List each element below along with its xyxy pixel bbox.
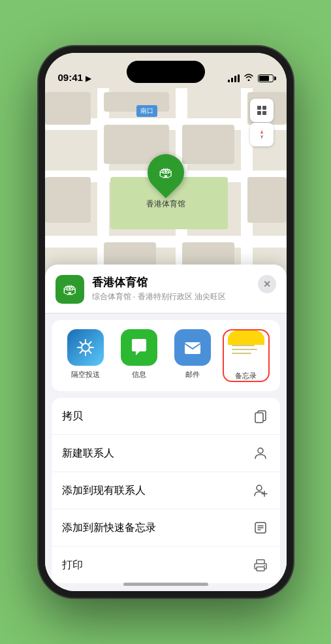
action-copy-label: 拷贝 <box>62 410 251 423</box>
notes-lines <box>228 340 264 358</box>
map-controls <box>250 99 274 146</box>
svg-rect-7 <box>255 413 263 423</box>
marker-label: 香港体育馆 <box>146 199 185 210</box>
map-block <box>182 125 234 164</box>
signal-bar-4 <box>238 74 240 82</box>
messages-icon <box>121 329 157 366</box>
close-button[interactable]: ✕ <box>258 275 276 293</box>
map-label-text: 南口 <box>140 107 153 114</box>
action-print-label: 打印 <box>62 558 251 572</box>
share-item-messages[interactable]: 信息 <box>116 329 163 382</box>
action-quick-note-label: 添加到新快速备忘录 <box>62 521 251 535</box>
signal-bar-1 <box>228 80 230 82</box>
airdrop-label: 隔空投送 <box>71 370 100 379</box>
marker-icon: 🏟 <box>159 164 173 181</box>
battery-fill <box>259 76 269 81</box>
dynamic-island <box>127 61 205 83</box>
phone-frame: 09:41 ▶ <box>39 46 293 598</box>
svg-rect-0 <box>257 106 261 110</box>
map-label-nankou: 南口 <box>136 105 157 117</box>
svg-rect-17 <box>257 567 264 571</box>
time-display: 09:41 <box>58 72 83 83</box>
venue-icon: 🏟 <box>55 275 84 304</box>
map-block <box>45 92 91 125</box>
stadium-marker[interactable]: 🏟 香港体育馆 <box>146 154 185 210</box>
venue-info: 香港体育馆 综合体育馆 · 香港特别行政区 油尖旺区 <box>92 275 250 302</box>
marker-pin: 🏟 <box>140 146 191 198</box>
home-indicator <box>123 583 208 586</box>
bottom-sheet: 🏟 香港体育馆 综合体育馆 · 香港特别行政区 油尖旺区 ✕ <box>45 265 287 591</box>
action-new-contact-label: 新建联系人 <box>62 447 251 460</box>
messages-label: 信息 <box>132 370 146 379</box>
notes-icon <box>228 330 264 367</box>
printer-icon <box>251 556 270 574</box>
airdrop-icon <box>67 329 104 366</box>
map-layers-button[interactable] <box>250 99 274 122</box>
battery-icon <box>258 74 274 82</box>
svg-point-9 <box>257 485 262 491</box>
svg-point-18 <box>264 565 265 566</box>
share-row: 隔空投送 信息 <box>52 320 280 391</box>
map-block <box>45 177 91 223</box>
person-add-icon <box>251 481 270 500</box>
venue-name: 香港体育馆 <box>92 275 250 290</box>
quick-note-icon <box>251 519 270 537</box>
signal-bar-3 <box>234 76 236 82</box>
status-time: 09:41 ▶ <box>58 72 91 83</box>
share-item-notes[interactable]: 备忘录 <box>223 329 270 382</box>
status-icons <box>228 73 274 83</box>
action-new-contact[interactable]: 新建联系人 <box>52 435 280 472</box>
map-compass-button[interactable] <box>250 123 274 146</box>
signal-bars <box>228 74 240 82</box>
action-add-existing-label: 添加到现有联系人 <box>62 484 251 498</box>
mail-label: 邮件 <box>185 370 200 379</box>
wifi-icon <box>244 73 254 83</box>
svg-rect-16 <box>257 560 264 564</box>
svg-rect-3 <box>262 111 266 115</box>
phone-screen: 09:41 ▶ <box>45 53 287 591</box>
venue-header: 🏟 香港体育馆 综合体育馆 · 香港特别行政区 油尖旺区 ✕ <box>45 265 287 314</box>
copy-icon <box>251 407 270 425</box>
svg-point-8 <box>258 448 263 453</box>
action-add-existing[interactable]: 添加到现有联系人 <box>52 472 280 509</box>
mail-icon <box>174 329 211 366</box>
share-item-mail[interactable]: 邮件 <box>169 329 216 382</box>
action-list: 拷贝 新建联系人 <box>52 398 280 583</box>
map-block <box>247 177 287 223</box>
venue-subtitle: 综合体育馆 · 香港特别行政区 油尖旺区 <box>92 291 250 302</box>
svg-rect-1 <box>262 106 266 110</box>
action-copy[interactable]: 拷贝 <box>52 398 280 435</box>
share-item-more[interactable]: 推 <box>276 329 280 382</box>
location-arrow-icon: ▶ <box>86 74 91 82</box>
action-print[interactable]: 打印 <box>52 547 280 583</box>
svg-rect-2 <box>257 111 261 115</box>
share-item-airdrop[interactable]: 隔空投送 <box>62 329 109 382</box>
action-quick-note[interactable]: 添加到新快速备忘录 <box>52 509 280 547</box>
signal-bar-2 <box>231 78 233 82</box>
person-icon <box>251 444 270 462</box>
notes-label: 备忘录 <box>235 371 257 381</box>
